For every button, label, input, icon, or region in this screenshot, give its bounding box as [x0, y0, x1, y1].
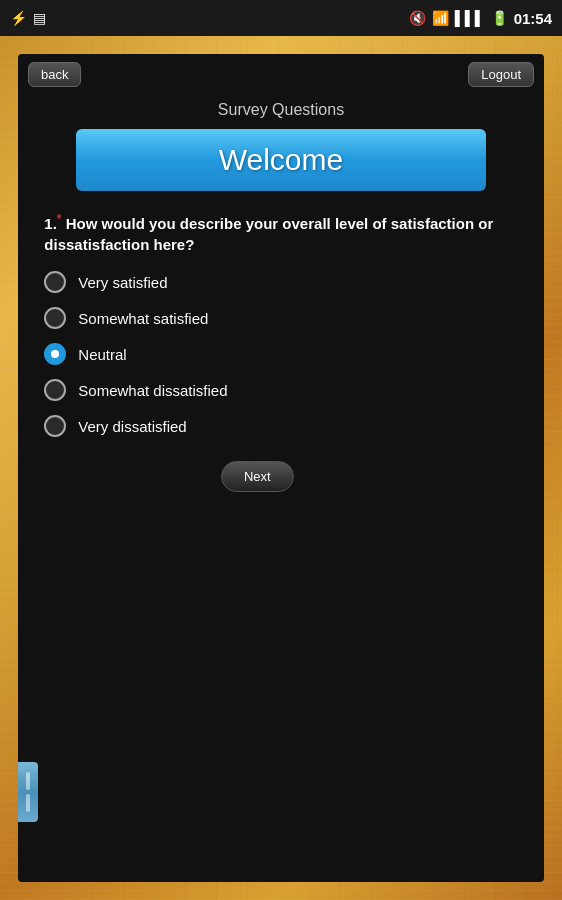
- options-list: Very satisfied Somewhat satisfied Neutra…: [44, 271, 517, 437]
- option-label-somewhat-satisfied: Somewhat satisfied: [78, 310, 208, 327]
- question-label: 1.* How would you describe your overall …: [44, 211, 517, 255]
- option-label-somewhat-dissatisfied: Somewhat dissatisfied: [78, 382, 227, 399]
- status-bar: ⚡ ▤ 🔇 📶 ▌▌▌ 🔋 01:54: [0, 0, 562, 36]
- list-item[interactable]: Somewhat dissatisfied: [44, 379, 517, 401]
- battery-icon: 🔋: [491, 10, 508, 26]
- option-label-neutral: Neutral: [78, 346, 126, 363]
- question-number: 1.: [44, 215, 57, 232]
- option-label-very-dissatisfied: Very dissatisfied: [78, 418, 186, 435]
- radio-somewhat-dissatisfied[interactable]: [44, 379, 66, 401]
- radio-somewhat-satisfied[interactable]: [44, 307, 66, 329]
- option-label-very-satisfied: Very satisfied: [78, 274, 167, 291]
- radio-neutral[interactable]: [44, 343, 66, 365]
- signal-icon: ▌▌▌: [455, 10, 485, 26]
- question-text: How would you describe your overall leve…: [44, 215, 493, 253]
- mute-icon: 🔇: [409, 10, 426, 26]
- next-button[interactable]: Next: [221, 461, 294, 492]
- usb-icon: ⚡: [10, 10, 27, 26]
- welcome-banner: Welcome: [76, 129, 486, 191]
- question-area: 1.* How would you describe your overall …: [44, 211, 517, 492]
- sim-icon: ▤: [33, 10, 46, 26]
- radio-very-dissatisfied[interactable]: [44, 415, 66, 437]
- scroll-handle[interactable]: [18, 762, 38, 822]
- survey-title: Survey Questions: [218, 101, 344, 119]
- clock: 01:54: [514, 10, 552, 27]
- list-item[interactable]: Neutral: [44, 343, 517, 365]
- wifi-icon: 📶: [432, 10, 449, 26]
- chalkboard: back Logout Survey Questions Welcome 1.*…: [18, 54, 544, 882]
- logout-button[interactable]: Logout: [468, 62, 534, 87]
- status-left-icons: ⚡ ▤: [10, 10, 46, 26]
- list-item[interactable]: Somewhat satisfied: [44, 307, 517, 329]
- handle-line-2: [26, 794, 30, 812]
- wood-frame: back Logout Survey Questions Welcome 1.*…: [0, 36, 562, 900]
- handle-line-1: [26, 772, 30, 790]
- status-right-icons: 🔇 📶 ▌▌▌ 🔋 01:54: [409, 10, 552, 27]
- toolbar: back Logout: [18, 54, 544, 95]
- back-button[interactable]: back: [28, 62, 81, 87]
- radio-very-satisfied[interactable]: [44, 271, 66, 293]
- next-button-wrapper: Next: [44, 461, 470, 492]
- welcome-text: Welcome: [219, 143, 343, 176]
- list-item[interactable]: Very dissatisfied: [44, 415, 517, 437]
- list-item[interactable]: Very satisfied: [44, 271, 517, 293]
- required-star: *: [57, 212, 62, 226]
